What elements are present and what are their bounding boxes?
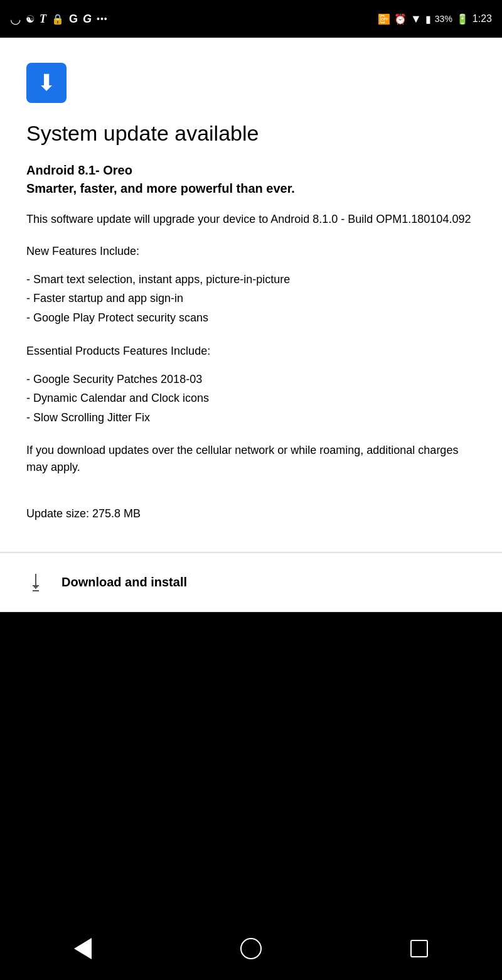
status-bar-left: ◡ ☯ T 🔒 G G •••	[10, 11, 108, 26]
essential-header: Essential Products Features Include:	[26, 343, 476, 360]
update-size: Update size: 275.8 MB	[26, 507, 476, 520]
recents-button[interactable]	[410, 940, 428, 957]
upgrade-text: This software update will upgrade your d…	[26, 211, 476, 228]
vibrate-icon: 📴	[378, 13, 390, 25]
essential-item-1: - Google Security Patches 2018-03	[26, 370, 476, 389]
android-tagline: Smarter, faster, and more powerful than …	[26, 181, 476, 196]
back-button[interactable]	[74, 938, 92, 959]
download-install-icon: ⭳	[26, 571, 46, 594]
android-version-heading: Android 8.1- Oreo	[26, 161, 476, 179]
more-icon: •••	[97, 14, 108, 24]
home-button[interactable]	[240, 938, 262, 959]
new-features-header: New Features Include:	[26, 243, 476, 260]
google2-icon: G	[83, 13, 92, 26]
feature-item-3: - Google Play Protect security scans	[26, 308, 476, 328]
status-time: 1:23	[473, 13, 492, 24]
essential-item-3: - Slow Scrolling Jitter Fix	[26, 408, 476, 428]
page-title: System update available	[26, 121, 476, 146]
content-area: ⬇ System update available Android 8.1- O…	[0, 38, 502, 552]
alarm-icon: ⏰	[394, 13, 407, 25]
status-bar: ◡ ☯ T 🔒 G G ••• 📴 ⏰ ▼ ▮ 33% 🔋 1:23	[0, 0, 502, 38]
google1-icon: G	[69, 13, 78, 26]
feature-item-2: - Faster startup and app sign-in	[26, 289, 476, 308]
battery-icon: 🔋	[456, 13, 469, 25]
status-bar-right: 📴 ⏰ ▼ ▮ 33% 🔋 1:23	[378, 13, 492, 26]
android-icon: ☯	[26, 13, 35, 25]
guardian-icon: ◡	[10, 11, 21, 26]
signal-icon: ▮	[425, 13, 431, 25]
battery-percent: 33%	[435, 14, 452, 24]
lock-icon: 🔒	[51, 13, 64, 25]
warning-text: If you download updates over the cellula…	[26, 442, 476, 476]
feature-item-1: - Smart text selection, instant apps, pi…	[26, 270, 476, 289]
update-icon-wrapper: ⬇	[26, 63, 67, 103]
essential-item-2: - Dynamic Calendar and Clock icons	[26, 389, 476, 408]
new-features-list: - Smart text selection, instant apps, pi…	[26, 270, 476, 328]
nav-bar	[0, 917, 502, 980]
download-install-label: Download and install	[61, 575, 187, 590]
wifi-icon: ▼	[410, 13, 422, 26]
nytimes-icon: T	[40, 13, 46, 26]
download-arrow-icon: ⬇	[37, 72, 56, 94]
essential-features-list: - Google Security Patches 2018-03 - Dyna…	[26, 370, 476, 428]
download-row[interactable]: ⭳ Download and install	[0, 552, 502, 612]
